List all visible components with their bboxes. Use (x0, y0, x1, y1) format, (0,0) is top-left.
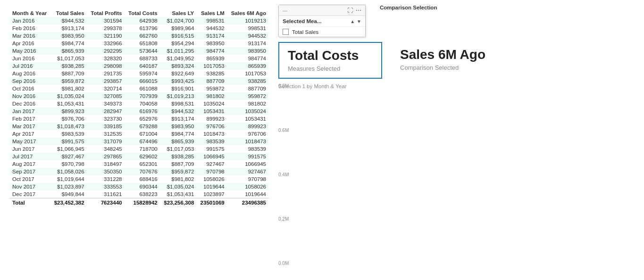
table-cell: 651808 (125, 40, 160, 47)
dropdown-item-label: Total Sales (292, 29, 318, 35)
y-label-00: 0.0M (278, 261, 289, 266)
table-cell: $938,285 (50, 62, 87, 70)
table-cell: 339185 (87, 123, 125, 130)
table-cell: 333553 (87, 183, 125, 190)
chart-title: Selection 1 by Month & Year (278, 83, 635, 89)
table-header: Month & Year (9, 9, 50, 17)
table-footer-cell: 23501069 (197, 198, 227, 207)
table-header: Total Profits (87, 9, 125, 17)
table-cell: $944,532 (160, 107, 197, 115)
table-cell: 981802 (227, 100, 269, 107)
table-cell: 913174 (197, 32, 227, 40)
table-cell: 899923 (197, 115, 227, 123)
table-cell: 671004 (125, 130, 160, 138)
y-label-08: 0.8M (278, 83, 289, 89)
table-footer-cell: $23,256,308 (160, 198, 197, 207)
table-cell: 976706 (227, 130, 269, 138)
table-row: Nov 2016$1,035,024327085707939$1,019,213… (9, 92, 269, 100)
table-cell: $865,939 (160, 138, 197, 145)
table-header: Total Sales (50, 9, 87, 17)
table-cell: Jun 2017 (9, 145, 50, 153)
table-cell: 662760 (125, 32, 160, 40)
table-row: Apr 2017$983,539312535671004$984,7741018… (9, 130, 269, 138)
table-cell: 1019644 (197, 183, 227, 190)
sort-arrows: ▲ ▼ (350, 19, 361, 24)
table-cell: 718700 (125, 145, 160, 153)
table-cell: 981802 (197, 92, 227, 100)
table-cell: 328320 (87, 55, 125, 62)
table-header: Sales LM (197, 9, 227, 17)
table-cell: $1,066,945 (50, 145, 87, 153)
table-cell: 1018473 (227, 138, 269, 145)
table-cell: $1,049,952 (160, 55, 197, 62)
table-cell: 674496 (125, 138, 160, 145)
table-cell: 299378 (87, 25, 125, 32)
table-cell: Dec 2016 (9, 100, 50, 107)
table-row: Feb 2016$913,174299378613796$989,9649445… (9, 25, 269, 32)
table-cell: 642938 (125, 17, 160, 25)
table-cell: $1,019,644 (50, 175, 87, 183)
table-cell: 707676 (125, 168, 160, 175)
table-cell: 1019644 (227, 190, 269, 198)
table-cell: $944,532 (50, 17, 87, 25)
table-cell: $913,174 (160, 115, 197, 123)
dropdown-item[interactable]: Total Sales (279, 27, 365, 37)
table-row: Jan 2017$899,923282947616976$944,5321053… (9, 107, 269, 115)
down-arrow: ▼ (357, 19, 361, 24)
table-cell: $927,467 (50, 153, 87, 160)
table-cell: 938285 (227, 77, 269, 85)
table-cell: 640187 (125, 62, 160, 70)
table-cell: $989,964 (160, 25, 197, 32)
table-cell: $998,531 (160, 100, 197, 107)
table-cell: 320714 (87, 85, 125, 92)
y-label-02: 0.2M (278, 216, 289, 222)
table-cell: Nov 2017 (9, 183, 50, 190)
table-cell: $1,058,026 (50, 168, 87, 175)
table-row: Sep 2016$959,872293857666015$993,4258877… (9, 77, 269, 85)
table-row: May 2016$865,939292295573644$1,011,29598… (9, 47, 269, 55)
table-cell: Sep 2017 (9, 168, 50, 175)
table-cell: 311621 (87, 190, 125, 198)
table-row: Aug 2016$887,709291735595974$922,6499382… (9, 70, 269, 77)
table-cell: 984774 (227, 55, 269, 62)
table-cell: 349373 (87, 100, 125, 107)
table-footer-cell: 7623440 (87, 198, 125, 207)
table-cell: Feb 2017 (9, 115, 50, 123)
table-cell: 679288 (125, 123, 160, 130)
table-cell: 298098 (87, 62, 125, 70)
table-cell: $1,011,295 (160, 47, 197, 55)
table-cell: 959872 (227, 92, 269, 100)
table-footer-cell: 15828942 (125, 198, 160, 207)
table-cell: 317079 (87, 138, 125, 145)
table-cell: 913174 (227, 40, 269, 47)
table-cell: 666015 (125, 77, 160, 85)
table-cell: $1,035,024 (160, 183, 197, 190)
table-cell: Jan 2017 (9, 107, 50, 115)
more-icon: ⋯ (356, 7, 361, 14)
table-cell: $1,024,700 (160, 17, 197, 25)
table-cell: 652976 (125, 115, 160, 123)
table-cell: 348245 (87, 145, 125, 153)
table-cell: $916,901 (160, 85, 197, 92)
table-cell: 970798 (197, 168, 227, 175)
bars-container (278, 91, 635, 185)
table-cell: $1,053,431 (160, 190, 197, 198)
table-row: Jul 2017$927,467297865629602$938,2851066… (9, 153, 269, 160)
table-cell: 927467 (227, 168, 269, 175)
table-cell: 959872 (197, 85, 227, 92)
table-cell: $1,035,024 (50, 92, 87, 100)
table-cell: $922,649 (160, 70, 197, 77)
table-cell: 1023897 (197, 190, 227, 198)
table-cell: 613796 (125, 25, 160, 32)
table-cell: $1,053,431 (50, 100, 87, 107)
table-cell: 704058 (125, 100, 160, 107)
table-cell: 1019213 (227, 17, 269, 25)
measures-dropdown[interactable]: — ⛶ ⋯ Selected Mea... ▲ ▼ Total Sales (278, 5, 366, 37)
table-footer-cell: 23496385 (227, 198, 269, 207)
table-cell: Apr 2017 (9, 130, 50, 138)
table-cell: 332966 (87, 40, 125, 47)
kpi-comparison-card: Sales 6M Ago Comparison Selected (392, 42, 495, 79)
kpi-comparison-subtitle: Comparison Selected (400, 64, 487, 71)
table-cell: $983,539 (50, 130, 87, 138)
table-header: Sales 6M Ago (227, 9, 269, 17)
